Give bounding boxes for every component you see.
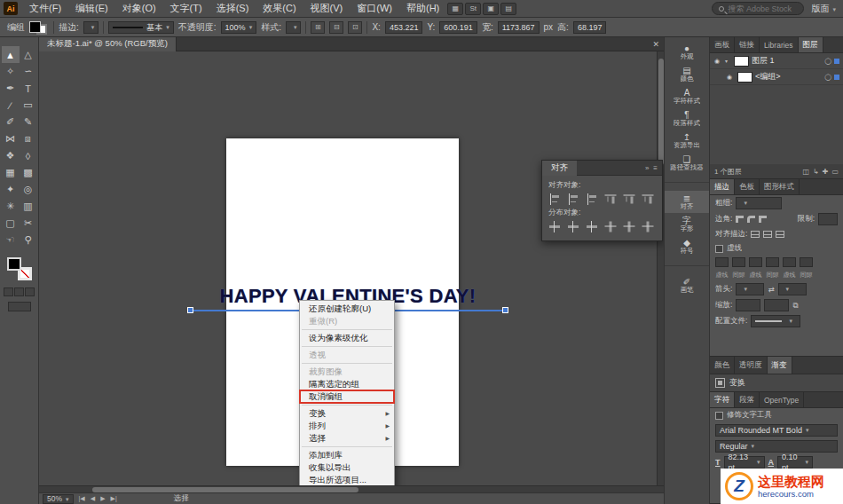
visibility-eye-icon[interactable]: ◉ [724, 74, 735, 81]
panel-button-brushes[interactable]: ✐画笔 [665, 274, 709, 296]
artboard-tool[interactable]: ▢ [2, 215, 20, 232]
menu-file[interactable]: 文件(F) [23, 2, 67, 15]
pen-tool[interactable]: ✒ [2, 80, 20, 97]
gradient-tool[interactable]: ▩ [20, 164, 37, 181]
align-vertical-center-icon[interactable] [624, 193, 635, 206]
transform-options-icon[interactable]: ⊡ [348, 21, 362, 34]
panel-button-glyphs[interactable]: 字字形 [665, 213, 709, 235]
opacity-field[interactable]: 100% [221, 21, 257, 34]
tab-transparency[interactable]: 透明度 [735, 357, 768, 374]
hand-tool[interactable]: ☜ [2, 232, 20, 248]
swap-arrows-icon[interactable]: ⇄ [768, 285, 774, 294]
panel-button-character-styles[interactable]: A字符样式 [665, 85, 709, 107]
align-stroke-center-icon[interactable] [751, 231, 760, 238]
scale-start-field[interactable] [736, 299, 760, 311]
distribute-bottom-icon[interactable] [586, 221, 598, 232]
link-scale-icon[interactable]: ⧉ [792, 301, 798, 311]
distribute-vertical-center-icon[interactable] [567, 221, 579, 232]
panel-button-asset-export[interactable]: ↥资源导出 [665, 130, 709, 152]
delete-layer-icon[interactable]: ▭ [831, 168, 839, 176]
stroke-weight-stepper[interactable] [736, 197, 782, 209]
blend-tool[interactable]: ◎ [20, 181, 37, 198]
context-menu-item-undo-create-outlines[interactable]: 还原创建轮廓(U) [300, 303, 394, 315]
magic-wand-tool[interactable]: ✧ [2, 63, 20, 80]
canvas[interactable]: HAPPY VALENTINE'S DAY! 对齐 » ≡ 对齐对象: [39, 51, 664, 485]
lasso-tool[interactable]: ∽ [20, 63, 37, 80]
zoom-tool[interactable]: ⚲ [20, 232, 37, 248]
tab-swatches[interactable]: 色板 [735, 179, 760, 194]
context-menu-item-transform[interactable]: 变换▶ [300, 407, 394, 420]
tab-color[interactable]: 颜色 [710, 357, 735, 374]
align-stroke-outside-icon[interactable] [776, 231, 784, 238]
free-transform-tool[interactable]: ⧈ [20, 130, 37, 147]
stroke-weight-dropdown[interactable] [83, 21, 99, 34]
new-sublayer-icon[interactable]: ↳ [813, 168, 819, 176]
miter-limit-field[interactable] [818, 213, 838, 225]
arrow-start-dropdown[interactable] [736, 283, 764, 295]
app-logo-icon[interactable]: Ai [4, 2, 18, 15]
align-panel-tab[interactable]: 对齐 [542, 161, 577, 176]
tab-layers[interactable]: 图层 [799, 37, 823, 52]
distribute-right-icon[interactable] [642, 221, 654, 233]
layer-thumbnail[interactable] [737, 72, 752, 83]
menu-window[interactable]: 窗口(W) [351, 2, 398, 15]
context-menu-item-export-selection[interactable]: 导出所选项目... [300, 474, 394, 485]
align-bottom-icon[interactable] [642, 193, 654, 206]
style-dropdown[interactable] [286, 21, 302, 34]
width-tool[interactable]: ⋈ [2, 130, 20, 147]
panel-button-pathfinder[interactable]: ❑路径查找器 [665, 152, 709, 174]
pencil-tool[interactable]: ✎ [20, 114, 37, 130]
tab-libraries[interactable]: Libraries [760, 37, 799, 52]
distribute-objects-icon[interactable]: ⊟ [329, 21, 343, 34]
symbol-sprayer-tool[interactable]: ✳ [2, 198, 20, 215]
new-layer-icon[interactable]: ✚ [823, 168, 829, 176]
horizontal-scrollbar-thumb[interactable] [92, 487, 358, 492]
menu-select[interactable]: 选择(S) [210, 2, 256, 15]
workspace-switcher[interactable]: 版面 [811, 3, 836, 15]
horizontal-scrollbar[interactable] [39, 485, 664, 492]
direct-selection-tool[interactable]: △ [20, 46, 37, 63]
menu-effect[interactable]: 效果(C) [256, 2, 302, 15]
context-menu-item-ungroup[interactable]: 取消编组 [300, 390, 394, 403]
target-circle-icon[interactable]: ◯ [824, 58, 831, 65]
x-field[interactable]: 453.221 [385, 21, 423, 34]
tab-graphic-styles[interactable]: 图形样式 [760, 179, 800, 194]
gap-field[interactable] [732, 257, 745, 267]
stock-search[interactable] [712, 2, 804, 15]
fill-swatch[interactable] [29, 21, 41, 33]
make-mask-icon[interactable]: ◫ [802, 168, 809, 176]
leading-field[interactable]: 0.10 pt [777, 456, 813, 469]
layer-thumbnail[interactable] [734, 56, 749, 67]
width-profile-dropdown[interactable] [751, 315, 800, 327]
menu-type[interactable]: 文字(T) [164, 2, 209, 15]
panel-button-color[interactable]: ▤颜色 [665, 63, 709, 85]
document-tab[interactable]: 未标题-1.ai* @ 50% (RGB/预览) [39, 37, 177, 51]
layer-name[interactable]: <编组> [755, 71, 822, 83]
tab-paragraph[interactable]: 段落 [735, 392, 760, 407]
dash-field[interactable] [749, 257, 762, 267]
y-field[interactable]: 600.191 [439, 21, 477, 34]
panel-button-symbols[interactable]: ◆符号 [665, 235, 709, 257]
rectangle-tool[interactable]: ▭ [20, 97, 37, 114]
font-family-dropdown[interactable]: Arial Rounded MT Bold [715, 424, 838, 437]
brush-definition-dropdown[interactable]: 基本 [108, 21, 174, 34]
perspective-grid-tool[interactable]: ◊ [20, 147, 37, 164]
font-style-dropdown[interactable]: Regular [715, 440, 838, 453]
menu-view[interactable]: 视图(V) [304, 2, 350, 15]
bridge-icon[interactable]: ▦ [447, 3, 463, 15]
folder-icon[interactable]: ▣ [483, 3, 499, 15]
type-tool[interactable]: T [20, 80, 37, 97]
distribute-horizontal-center-icon[interactable] [624, 221, 635, 233]
height-field[interactable]: 68.197 [573, 21, 607, 34]
panel-button-paragraph-styles[interactable]: ¶段落样式 [665, 107, 709, 130]
last-artboard-icon[interactable]: ▶| [111, 495, 117, 502]
screen-mode-button[interactable] [8, 302, 31, 311]
first-artboard-icon[interactable]: |◀ [79, 495, 85, 502]
align-top-icon[interactable] [605, 193, 617, 206]
layer-row[interactable]: ◉ <编组> ◯ [710, 69, 843, 85]
dash-field[interactable] [715, 257, 729, 267]
tab-stroke[interactable]: 描边 [710, 179, 735, 194]
panel-button-align[interactable]: ≣对齐 [665, 191, 709, 213]
align-horizontal-center-icon[interactable] [567, 193, 579, 205]
paintbrush-tool[interactable]: ✐ [2, 114, 20, 130]
